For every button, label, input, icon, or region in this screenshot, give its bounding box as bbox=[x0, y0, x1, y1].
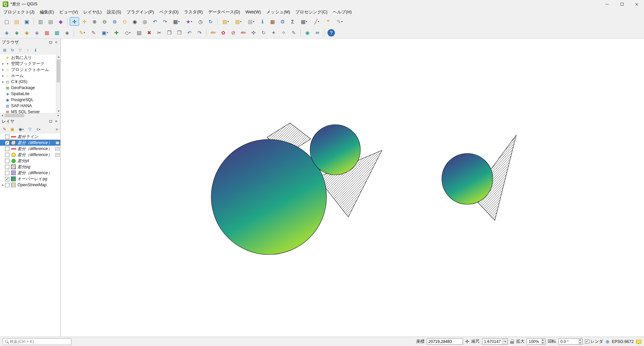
menu-item-raster[interactable]: ラスタ(R) bbox=[181, 9, 206, 16]
menu-item-mesh[interactable]: メッシュ(M) bbox=[264, 9, 293, 16]
zoom-next-button[interactable]: ↷ bbox=[160, 17, 170, 26]
layer-checkbox-openstreetmap[interactable] bbox=[5, 183, 9, 187]
layer-checkbox-diff-pg[interactable] bbox=[5, 165, 9, 169]
temporal-controller-button[interactable]: ◷ bbox=[196, 17, 205, 26]
new-map-view-button[interactable]: ▦ bbox=[170, 17, 182, 26]
filter-browser-button[interactable]: ▽ bbox=[17, 47, 23, 54]
vertex-tool-button[interactable]: ◇ bbox=[122, 28, 134, 37]
expander-icon-project-home[interactable] bbox=[1, 68, 5, 71]
layer-checkbox-diff-point-yellow[interactable] bbox=[5, 153, 9, 157]
scale-combo[interactable]: 1:670147 bbox=[482, 338, 508, 345]
processing-toolbox-button[interactable]: ⚙ bbox=[278, 17, 287, 26]
menu-item-vector[interactable]: ベクタ(O) bbox=[157, 9, 181, 16]
layers-toolbar-overflow-button[interactable]: » bbox=[56, 127, 59, 132]
zoom-last-button[interactable]: ↶ bbox=[150, 17, 160, 26]
layer-row-diff-difference[interactable]: 差分（difference） bbox=[0, 170, 60, 176]
zoom-full-button[interactable]: ⊛ bbox=[110, 17, 119, 26]
browser-item-postgresql[interactable]: ◉PostgreSQL bbox=[0, 97, 56, 103]
maximize-button[interactable] bbox=[614, 0, 629, 8]
select-features-button[interactable]: ▧ bbox=[220, 17, 232, 26]
zoom-to-selection-button[interactable]: ⊙ bbox=[120, 17, 129, 26]
expander-icon-drive-c[interactable] bbox=[1, 80, 5, 83]
locator-searchbox[interactable] bbox=[3, 338, 71, 345]
measure-button[interactable]: ╱ bbox=[311, 17, 323, 26]
rotation-spinbox[interactable]: 0.0 ° bbox=[559, 338, 583, 345]
layer-row-diff-pg[interactable]: 差分pg bbox=[0, 164, 60, 170]
move-label-button[interactable]: ✜ bbox=[249, 28, 258, 37]
zoom-out-button[interactable]: ⊖ bbox=[100, 17, 109, 26]
delete-selected-button[interactable]: ✖ bbox=[144, 28, 154, 37]
refresh-browser-button[interactable]: ↻ bbox=[9, 47, 16, 54]
new-geopackage-layer-button[interactable]: ◈ bbox=[12, 28, 21, 37]
copy-features-button[interactable]: ❐ bbox=[165, 28, 174, 37]
layers-float-button[interactable] bbox=[48, 119, 53, 124]
menu-item-database[interactable]: データベース(D) bbox=[206, 9, 243, 16]
python-console-button[interactable]: py bbox=[313, 28, 322, 37]
new-spatialite-layer-button[interactable]: ◈ bbox=[32, 28, 42, 37]
layer-row-diff-line-2[interactable]: 差分（difference） bbox=[0, 146, 60, 152]
search-input[interactable] bbox=[10, 339, 69, 344]
scroll-right-arrow[interactable] bbox=[56, 114, 60, 118]
refresh-map-button[interactable]: ↻ bbox=[206, 17, 215, 26]
expander-icon-home[interactable] bbox=[1, 74, 5, 77]
close-button[interactable] bbox=[629, 0, 644, 8]
layer-checkbox-diff-difference[interactable] bbox=[5, 171, 9, 175]
menu-item-help[interactable]: ヘルプ(H) bbox=[330, 9, 355, 16]
browser-float-button[interactable] bbox=[48, 40, 53, 45]
menu-item-plugins[interactable]: プラグイン(P) bbox=[124, 9, 157, 16]
save-edits-button[interactable]: ▣ bbox=[99, 28, 111, 37]
help-button[interactable]: ? bbox=[328, 29, 335, 37]
labeling-none-button[interactable]: ⊘ bbox=[229, 28, 238, 37]
highlight-labels-button[interactable]: abc bbox=[239, 28, 248, 37]
new-virtual-layer-button[interactable]: ◈ bbox=[62, 28, 72, 37]
save-project-button[interactable]: ▣ bbox=[22, 17, 32, 26]
browser-item-spatialite[interactable]: ◆SpatiaLite bbox=[0, 91, 56, 97]
metasearch-button[interactable]: ◉ bbox=[303, 28, 312, 37]
change-label-button[interactable]: ✎ bbox=[289, 28, 298, 37]
field-calculator-button[interactable]: ▦ bbox=[268, 17, 277, 26]
layers-close-button[interactable] bbox=[53, 119, 59, 124]
attribute-table-button[interactable]: ▦ bbox=[298, 17, 310, 26]
layer-checkbox-diff-polygon[interactable] bbox=[5, 141, 9, 145]
browser-item-project-home[interactable]: ⌂プロジェクトホーム bbox=[0, 67, 56, 73]
browser-item-spatial-bookmarks[interactable]: ✦空間ブックマーク bbox=[0, 61, 56, 67]
new-mesh-layer-button[interactable]: ▦ bbox=[52, 28, 62, 37]
manage-map-themes-button[interactable]: ◉ bbox=[17, 126, 25, 133]
map-tips-button[interactable]: ❝ bbox=[324, 17, 333, 26]
browser-item-geopackage[interactable]: ▦GeoPackage bbox=[0, 85, 56, 91]
browser-vertical-scrollbar[interactable] bbox=[56, 55, 60, 113]
extents-icon[interactable]: ✜ bbox=[465, 339, 469, 344]
coordinate-input[interactable] bbox=[427, 338, 463, 345]
new-spatial-bookmark-button[interactable]: ★ bbox=[183, 17, 195, 26]
collapse-all-button[interactable]: ↑ bbox=[24, 47, 31, 54]
pan-map-button[interactable]: ✛ bbox=[70, 17, 79, 26]
scroll-down-arrow[interactable] bbox=[56, 109, 60, 113]
expander-icon-openstreetmap[interactable] bbox=[1, 183, 5, 187]
layer-row-diff-pt[interactable]: 差分pt bbox=[0, 158, 60, 164]
add-group-button[interactable]: ▣ bbox=[9, 126, 16, 133]
filter-expression-button[interactable]: ε bbox=[34, 126, 43, 133]
render-toggle[interactable]: レンダ bbox=[585, 339, 603, 344]
rotate-label-button[interactable]: ↻ bbox=[259, 28, 268, 37]
scroll-thumb[interactable] bbox=[57, 60, 60, 82]
scroll-left-arrow[interactable] bbox=[0, 114, 4, 118]
menu-item-edit[interactable]: 編集(E) bbox=[37, 9, 57, 16]
identify-features-button[interactable]: ℹ bbox=[258, 17, 267, 26]
layer-labeling-button[interactable]: abc bbox=[209, 28, 218, 37]
zoom-native-button[interactable]: ◎ bbox=[140, 17, 150, 26]
menu-item-project[interactable]: プロジェクト(J) bbox=[1, 9, 37, 16]
cut-features-button[interactable]: ✂ bbox=[155, 28, 164, 37]
layer-checkbox-overlay-pg[interactable] bbox=[5, 177, 9, 181]
open-layer-styling-button[interactable]: ✎ bbox=[1, 126, 8, 133]
zoom-in-button[interactable]: ⊕ bbox=[90, 17, 99, 26]
browser-properties-button[interactable]: ℹ bbox=[32, 47, 39, 54]
layer-checkbox-diff-line[interactable] bbox=[5, 135, 9, 139]
minimize-button[interactable] bbox=[600, 0, 614, 8]
add-selected-layers-button[interactable]: ⊞ bbox=[1, 47, 8, 54]
menu-item-web[interactable]: Web(W) bbox=[243, 9, 264, 16]
paste-features-button[interactable]: ❒ bbox=[175, 28, 184, 37]
expander-icon-spatial-bookmarks[interactable] bbox=[1, 62, 5, 65]
layer-row-diff-polygon[interactable]: 差分（difference） bbox=[0, 140, 60, 146]
lock-scale-icon[interactable] bbox=[510, 339, 514, 344]
layer-diagram-button[interactable]: ✿ bbox=[219, 28, 228, 37]
